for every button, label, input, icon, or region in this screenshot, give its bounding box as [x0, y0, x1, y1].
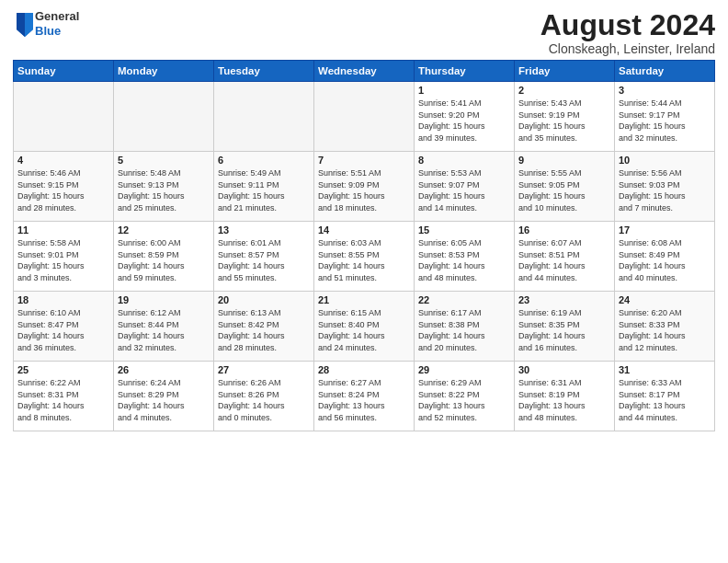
- calendar-cell: 17Sunrise: 6:08 AM Sunset: 8:49 PM Dayli…: [615, 222, 715, 292]
- day-number: 5: [118, 155, 210, 166]
- day-info: Sunrise: 6:01 AM Sunset: 8:57 PM Dayligh…: [218, 237, 310, 283]
- location: Clonskeagh, Leinster, Ireland: [540, 41, 715, 56]
- day-number: 25: [17, 364, 109, 375]
- calendar-cell: 18Sunrise: 6:10 AM Sunset: 8:47 PM Dayli…: [14, 292, 114, 362]
- header: General Blue August 2024 Clonskeagh, Lei…: [13, 9, 715, 56]
- header-row: SundayMondayTuesdayWednesdayThursdayFrid…: [14, 61, 715, 82]
- title-block: August 2024 Clonskeagh, Leinster, Irelan…: [540, 9, 715, 56]
- calendar-cell: 3Sunrise: 5:44 AM Sunset: 9:17 PM Daylig…: [615, 82, 715, 152]
- day-info: Sunrise: 6:08 AM Sunset: 8:49 PM Dayligh…: [619, 237, 711, 283]
- calendar-cell: 11Sunrise: 5:58 AM Sunset: 9:01 PM Dayli…: [14, 222, 114, 292]
- calendar-cell: 26Sunrise: 6:24 AM Sunset: 8:29 PM Dayli…: [114, 362, 214, 431]
- day-number: 8: [418, 155, 510, 166]
- day-info: Sunrise: 6:15 AM Sunset: 8:40 PM Dayligh…: [318, 307, 410, 353]
- day-of-week-header: Monday: [114, 61, 214, 82]
- day-of-week-header: Wednesday: [314, 61, 415, 82]
- day-number: 9: [518, 155, 610, 166]
- calendar-cell: [14, 82, 114, 152]
- calendar-cell: 16Sunrise: 6:07 AM Sunset: 8:51 PM Dayli…: [515, 222, 615, 292]
- day-number: 7: [318, 155, 410, 166]
- day-info: Sunrise: 5:51 AM Sunset: 9:09 PM Dayligh…: [318, 167, 410, 213]
- day-number: 1: [418, 85, 510, 96]
- calendar-cell: 25Sunrise: 6:22 AM Sunset: 8:31 PM Dayli…: [14, 362, 114, 431]
- day-info: Sunrise: 6:20 AM Sunset: 8:33 PM Dayligh…: [619, 307, 711, 353]
- day-info: Sunrise: 6:07 AM Sunset: 8:51 PM Dayligh…: [518, 237, 610, 283]
- day-info: Sunrise: 5:44 AM Sunset: 9:17 PM Dayligh…: [619, 98, 711, 144]
- calendar-cell: 6Sunrise: 5:49 AM Sunset: 9:11 PM Daylig…: [214, 152, 314, 222]
- calendar-cell: 15Sunrise: 6:05 AM Sunset: 8:53 PM Dayli…: [415, 222, 515, 292]
- day-number: 16: [518, 224, 610, 236]
- day-number: 20: [218, 294, 310, 305]
- day-info: Sunrise: 6:19 AM Sunset: 8:35 PM Dayligh…: [518, 307, 610, 353]
- day-number: 15: [418, 224, 510, 236]
- calendar-cell: 14Sunrise: 6:03 AM Sunset: 8:55 PM Dayli…: [314, 222, 415, 292]
- calendar-cell: 8Sunrise: 5:53 AM Sunset: 9:07 PM Daylig…: [415, 152, 515, 222]
- calendar-week-row: 25Sunrise: 6:22 AM Sunset: 8:31 PM Dayli…: [14, 362, 715, 431]
- svg-marker-1: [25, 13, 33, 37]
- calendar-week-row: 1Sunrise: 5:41 AM Sunset: 9:20 PM Daylig…: [14, 82, 715, 152]
- day-number: 2: [518, 85, 610, 96]
- calendar-cell: 12Sunrise: 6:00 AM Sunset: 8:59 PM Dayli…: [114, 222, 214, 292]
- logo-text: General Blue: [35, 9, 79, 38]
- calendar-cell: 20Sunrise: 6:13 AM Sunset: 8:42 PM Dayli…: [214, 292, 314, 362]
- day-info: Sunrise: 6:31 AM Sunset: 8:19 PM Dayligh…: [518, 377, 610, 423]
- calendar-cell: 19Sunrise: 6:12 AM Sunset: 8:44 PM Dayli…: [114, 292, 214, 362]
- calendar-cell: 28Sunrise: 6:27 AM Sunset: 8:24 PM Dayli…: [314, 362, 415, 431]
- day-info: Sunrise: 6:33 AM Sunset: 8:17 PM Dayligh…: [619, 377, 711, 423]
- calendar-cell: 21Sunrise: 6:15 AM Sunset: 8:40 PM Dayli…: [314, 292, 415, 362]
- calendar-week-row: 11Sunrise: 5:58 AM Sunset: 9:01 PM Dayli…: [14, 222, 715, 292]
- day-number: 27: [218, 364, 310, 375]
- day-info: Sunrise: 5:53 AM Sunset: 9:07 PM Dayligh…: [418, 167, 510, 213]
- month-year: August 2024: [540, 9, 715, 41]
- day-info: Sunrise: 6:24 AM Sunset: 8:29 PM Dayligh…: [118, 377, 210, 423]
- day-number: 13: [218, 224, 310, 236]
- day-info: Sunrise: 6:29 AM Sunset: 8:22 PM Dayligh…: [418, 377, 510, 423]
- calendar-cell: 13Sunrise: 6:01 AM Sunset: 8:57 PM Dayli…: [214, 222, 314, 292]
- calendar-cell: 31Sunrise: 6:33 AM Sunset: 8:17 PM Dayli…: [615, 362, 715, 431]
- day-number: 6: [218, 155, 310, 166]
- day-of-week-header: Tuesday: [214, 61, 314, 82]
- day-info: Sunrise: 5:48 AM Sunset: 9:13 PM Dayligh…: [118, 167, 210, 213]
- day-number: 30: [518, 364, 610, 375]
- calendar-cell: [214, 82, 314, 152]
- day-number: 23: [518, 294, 610, 305]
- calendar-cell: 22Sunrise: 6:17 AM Sunset: 8:38 PM Dayli…: [415, 292, 515, 362]
- day-info: Sunrise: 5:49 AM Sunset: 9:11 PM Dayligh…: [218, 167, 310, 213]
- day-number: 29: [418, 364, 510, 375]
- day-number: 31: [619, 364, 711, 375]
- day-info: Sunrise: 6:12 AM Sunset: 8:44 PM Dayligh…: [118, 307, 210, 353]
- calendar-cell: 27Sunrise: 6:26 AM Sunset: 8:26 PM Dayli…: [214, 362, 314, 431]
- calendar-cell: 30Sunrise: 6:31 AM Sunset: 8:19 PM Dayli…: [515, 362, 615, 431]
- calendar-cell: 2Sunrise: 5:43 AM Sunset: 9:19 PM Daylig…: [515, 82, 615, 152]
- day-number: 3: [619, 85, 711, 96]
- logo-icon: [15, 11, 35, 37]
- day-number: 4: [17, 155, 109, 166]
- day-number: 12: [118, 224, 210, 236]
- calendar-table: SundayMondayTuesdayWednesdayThursdayFrid…: [13, 60, 715, 431]
- day-number: 11: [17, 224, 109, 236]
- day-number: 24: [619, 294, 711, 305]
- calendar-cell: 24Sunrise: 6:20 AM Sunset: 8:33 PM Dayli…: [615, 292, 715, 362]
- day-number: 22: [418, 294, 510, 305]
- day-info: Sunrise: 6:03 AM Sunset: 8:55 PM Dayligh…: [318, 237, 410, 283]
- calendar-cell: 4Sunrise: 5:46 AM Sunset: 9:15 PM Daylig…: [14, 152, 114, 222]
- day-number: 18: [17, 294, 109, 305]
- day-info: Sunrise: 5:56 AM Sunset: 9:03 PM Dayligh…: [619, 167, 711, 213]
- calendar-cell: 1Sunrise: 5:41 AM Sunset: 9:20 PM Daylig…: [415, 82, 515, 152]
- calendar-cell: 23Sunrise: 6:19 AM Sunset: 8:35 PM Dayli…: [515, 292, 615, 362]
- day-info: Sunrise: 6:05 AM Sunset: 8:53 PM Dayligh…: [418, 237, 510, 283]
- day-info: Sunrise: 6:00 AM Sunset: 8:59 PM Dayligh…: [118, 237, 210, 283]
- day-info: Sunrise: 5:55 AM Sunset: 9:05 PM Dayligh…: [518, 167, 610, 213]
- day-of-week-header: Sunday: [14, 61, 114, 82]
- day-info: Sunrise: 6:13 AM Sunset: 8:42 PM Dayligh…: [218, 307, 310, 353]
- calendar-cell: 9Sunrise: 5:55 AM Sunset: 9:05 PM Daylig…: [515, 152, 615, 222]
- day-info: Sunrise: 5:43 AM Sunset: 9:19 PM Dayligh…: [518, 98, 610, 144]
- day-info: Sunrise: 6:26 AM Sunset: 8:26 PM Dayligh…: [218, 377, 310, 423]
- day-info: Sunrise: 6:27 AM Sunset: 8:24 PM Dayligh…: [318, 377, 410, 423]
- day-info: Sunrise: 5:46 AM Sunset: 9:15 PM Dayligh…: [17, 167, 109, 213]
- calendar-cell: 5Sunrise: 5:48 AM Sunset: 9:13 PM Daylig…: [114, 152, 214, 222]
- calendar-week-row: 4Sunrise: 5:46 AM Sunset: 9:15 PM Daylig…: [14, 152, 715, 222]
- svg-marker-2: [17, 13, 25, 37]
- page-container: General Blue August 2024 Clonskeagh, Lei…: [0, 0, 728, 439]
- day-info: Sunrise: 6:17 AM Sunset: 8:38 PM Dayligh…: [418, 307, 510, 353]
